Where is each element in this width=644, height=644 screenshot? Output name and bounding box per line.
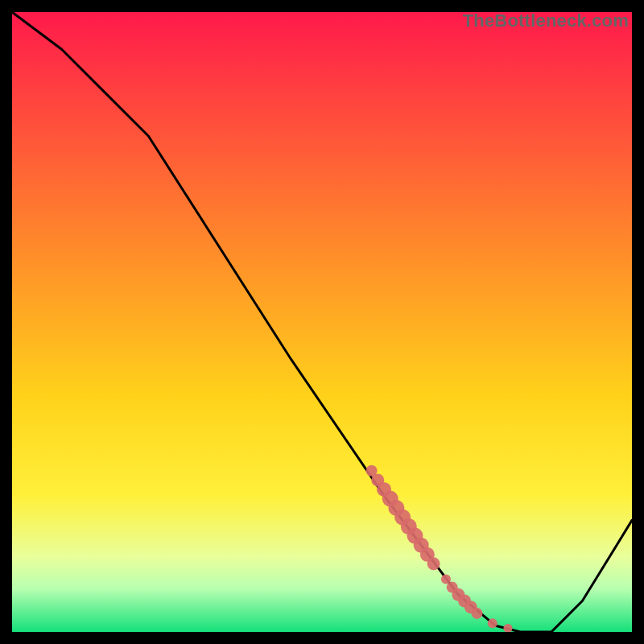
watermark-text: TheBottleneck.com	[463, 10, 629, 31]
marker-dot	[472, 608, 483, 619]
marker-dot	[427, 557, 440, 570]
chart-frame: TheBottleneck.com	[12, 12, 632, 632]
marker-dot	[488, 618, 497, 628]
gradient-background	[12, 12, 632, 632]
chart-svg	[12, 12, 632, 632]
